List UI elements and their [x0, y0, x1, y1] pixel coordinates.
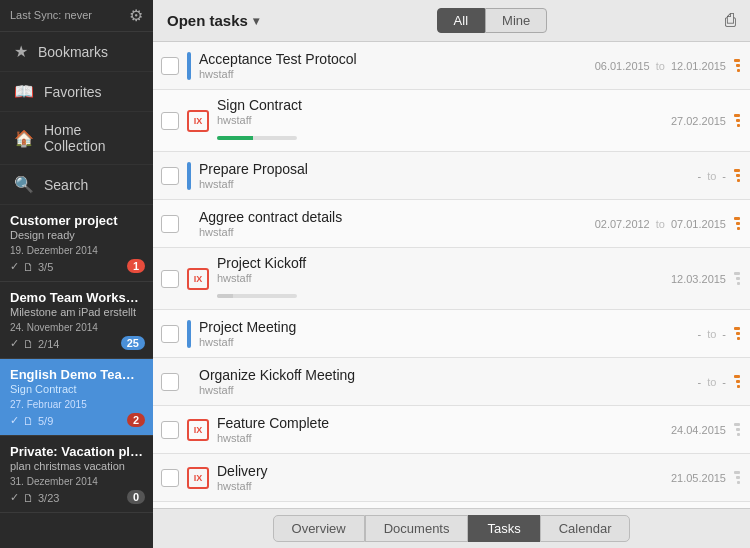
start-date: 02.07.2012	[595, 218, 650, 230]
task-list: Acceptance Test Protocol hwstaff 06.01.2…	[153, 42, 750, 508]
progress-fill	[217, 294, 233, 298]
start-date: -	[697, 376, 701, 388]
task-checkbox[interactable]	[161, 469, 179, 487]
task-status-ix: IX	[187, 467, 209, 489]
bottom-tabs: Overview Documents Tasks Calendar	[153, 508, 750, 548]
task-dates: - to -	[566, 170, 726, 182]
project-count: 1	[127, 259, 145, 273]
filter-mine-button[interactable]: Mine	[485, 8, 547, 33]
search-icon: 🔍	[14, 175, 34, 194]
priority-icon	[734, 272, 740, 285]
project-item-customer[interactable]: Customer project Design ready 19. Dezemb…	[0, 205, 153, 282]
task-checkbox[interactable]	[161, 112, 179, 130]
task-indicator	[187, 162, 191, 190]
main-content: Open tasks ▾ All Mine ⎙ Acceptance Test …	[153, 0, 750, 548]
progress-fill	[217, 136, 253, 140]
tab-overview[interactable]: Overview	[273, 515, 365, 542]
task-row: IX Feature Complete hwstaff 24.04.2015	[153, 406, 750, 454]
sidebar-nav-search[interactable]: 🔍 Search	[0, 165, 153, 205]
project-count: 25	[121, 336, 145, 350]
sidebar-nav-bookmarks[interactable]: ★ Bookmarks	[0, 32, 153, 72]
task-row: IX Acceptance hwstaff 29.05.2015	[153, 502, 750, 508]
sidebar: Last Sync: never ⚙ ★ Bookmarks 📖 Favorit…	[0, 0, 153, 548]
priority-icon	[734, 217, 740, 230]
task-assignee: hwstaff	[217, 114, 566, 126]
start-date: -	[697, 328, 701, 340]
project-footer: ✓ 🗋 3/23	[10, 491, 143, 504]
task-assignee: hwstaff	[217, 480, 566, 492]
to-label: to	[707, 376, 716, 388]
task-body: Prepare Proposal hwstaff	[199, 161, 566, 190]
task-body: Acceptance Test Protocol hwstaff	[199, 51, 566, 80]
task-status-ix: IX	[187, 419, 209, 441]
share-icon[interactable]: ⎙	[725, 10, 736, 31]
task-dates: - to -	[566, 328, 726, 340]
project-count: 2	[127, 413, 145, 427]
filter-all-button[interactable]: All	[437, 8, 485, 33]
project-item-english-demo[interactable]: English Demo Team... Sign Contract 27. F…	[0, 359, 153, 436]
filter-group: All Mine	[437, 8, 548, 33]
gear-icon[interactable]: ⚙	[129, 6, 143, 25]
task-dates: 12.03.2015	[566, 273, 726, 285]
priority-icon	[734, 375, 740, 388]
task-name: Sign Contract	[217, 97, 566, 113]
tab-documents[interactable]: Documents	[365, 515, 469, 542]
project-title: Demo Team Workspace	[10, 290, 143, 305]
end-date: -	[722, 328, 726, 340]
project-footer: ✓ 🗋 5/9	[10, 414, 143, 427]
project-title: Customer project	[10, 213, 143, 228]
task-row: Prepare Proposal hwstaff - to -	[153, 152, 750, 200]
tab-calendar[interactable]: Calendar	[540, 515, 631, 542]
project-item-vacation[interactable]: Private: Vacation pla... plan christmas …	[0, 436, 153, 513]
task-dates: - to -	[566, 376, 726, 388]
task-checkbox[interactable]	[161, 215, 179, 233]
project-count: 0	[127, 490, 145, 504]
task-name: Project Kickoff	[217, 255, 566, 271]
task-row: Project Meeting hwstaff - to -	[153, 310, 750, 358]
task-indicator	[187, 52, 191, 80]
priority-icon	[734, 114, 740, 127]
task-name: Aggree contract details	[199, 209, 566, 225]
task-assignee: hwstaff	[199, 178, 566, 190]
priority-icon	[734, 423, 740, 436]
task-dates: 27.02.2015	[566, 115, 726, 127]
home-icon: 🏠	[14, 129, 34, 148]
to-label: to	[707, 328, 716, 340]
end-date: 12.03.2015	[671, 273, 726, 285]
task-name: Acceptance Test Protocol	[199, 51, 566, 67]
end-date: 27.02.2015	[671, 115, 726, 127]
task-body: Delivery hwstaff	[217, 463, 566, 492]
task-checkbox[interactable]	[161, 421, 179, 439]
to-label: to	[707, 170, 716, 182]
end-date: -	[722, 376, 726, 388]
task-progress-bar	[217, 136, 297, 140]
project-footer: ✓ 🗋 3/5	[10, 260, 143, 273]
end-date: 07.01.2015	[671, 218, 726, 230]
task-dates: 24.04.2015	[566, 424, 726, 436]
task-checkbox[interactable]	[161, 325, 179, 343]
task-row: IX Delivery hwstaff 21.05.2015	[153, 454, 750, 502]
project-subtitle: Sign Contract	[10, 383, 143, 395]
project-item-demo-team[interactable]: Demo Team Workspace Milestone am iPad er…	[0, 282, 153, 359]
task-row: Organize Kickoff Meeting hwstaff - to -	[153, 358, 750, 406]
task-checkbox[interactable]	[161, 373, 179, 391]
project-date: 31. Dezember 2014	[10, 476, 143, 487]
task-checkbox[interactable]	[161, 167, 179, 185]
end-date: 24.04.2015	[671, 424, 726, 436]
last-sync-label: Last Sync: never	[10, 9, 92, 22]
task-assignee: hwstaff	[199, 226, 566, 238]
task-progress-bar	[217, 294, 297, 298]
task-checkbox[interactable]	[161, 270, 179, 288]
project-subtitle: Design ready	[10, 229, 143, 241]
project-progress: ✓ 🗋 5/9	[10, 414, 53, 427]
project-date: 19. Dezember 2014	[10, 245, 143, 256]
open-tasks-button[interactable]: Open tasks ▾	[167, 12, 259, 29]
progress-text: 3/5	[38, 261, 53, 273]
start-date: -	[697, 170, 701, 182]
tab-tasks[interactable]: Tasks	[468, 515, 539, 542]
sidebar-nav-home-collection[interactable]: 🏠 Home Collection	[0, 112, 153, 165]
progress-text: 2/14	[38, 338, 59, 350]
sidebar-nav-favorites[interactable]: 📖 Favorites	[0, 72, 153, 112]
end-date: 12.01.2015	[671, 60, 726, 72]
task-checkbox[interactable]	[161, 57, 179, 75]
